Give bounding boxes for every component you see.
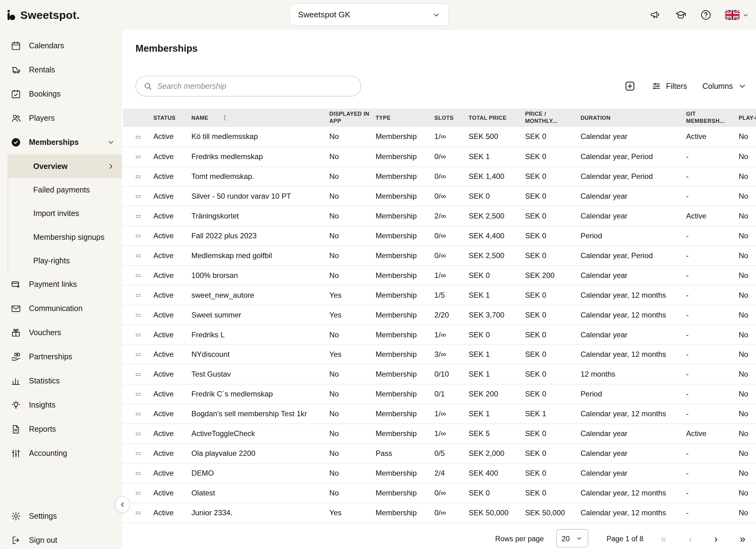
club-selector[interactable]: Sweetspot GK (290, 3, 449, 26)
table-row[interactable]: ActiveOlatestNoMembership0/∞SEK 0SEK 0Ca… (123, 483, 756, 503)
table-row[interactable]: ActiveOla playvalue 2200NoPass0/5SEK 2,0… (123, 443, 756, 463)
columns-label: Columns (702, 82, 733, 90)
sidebar-item-vouchers[interactable]: Vouchers (0, 321, 122, 345)
submenu-item-failed-payments[interactable]: Failed payments (8, 178, 122, 201)
cell-total_price: SEK 50,000 (469, 503, 525, 522)
cell-status: Active (153, 305, 191, 325)
row-drag-cell[interactable] (123, 245, 153, 265)
sidebar-item-sign-out[interactable]: Sign out (0, 528, 122, 549)
sidebar-collapse-button[interactable] (115, 496, 130, 513)
table-row[interactable]: ActiveKö till medlemsskapNoMembership1/∞… (123, 127, 756, 147)
sidebar-item-statistics[interactable]: Statistics (0, 369, 122, 393)
sidebar-item-calendars[interactable]: Calendars (0, 34, 122, 58)
sidebar-item-rentals[interactable]: Rentals (0, 58, 122, 82)
table-row[interactable]: ActiveTest GustavNoMembership0/10SEK 1SE… (123, 364, 756, 384)
cell-slots: 0/∞ (434, 503, 469, 522)
table-row[interactable]: ActiveNYdiscountYesMembership3/∞SEK 1SEK… (123, 345, 756, 364)
rows-per-page-select[interactable]: 20 (556, 529, 588, 547)
row-drag-cell[interactable] (123, 404, 153, 424)
submenu-item-play-rights[interactable]: Play-rights (8, 249, 122, 272)
sidebar-item-bookings[interactable]: Bookings (0, 82, 122, 106)
row-drag-cell[interactable] (123, 463, 153, 483)
cell-name: Ola playvalue 2200 (191, 443, 329, 463)
add-membership-button[interactable] (624, 80, 636, 92)
help-button[interactable] (700, 9, 711, 21)
cell-status: Active (153, 166, 191, 186)
academy-button[interactable] (675, 9, 686, 21)
table-row[interactable]: ActiveDEMONoMembership2/4SEK 400SEK 0Cal… (123, 463, 756, 483)
table-row[interactable]: ActiveFredriks LNoMembership1/∞SEK 0SEK … (123, 325, 756, 345)
cell-total_price: SEK 0 (469, 265, 525, 285)
row-drag-cell[interactable] (123, 364, 153, 384)
submenu-item-membership-signups[interactable]: Membership signups (8, 225, 122, 249)
column-menu-kebab-icon[interactable] (221, 114, 229, 122)
table-row[interactable]: ActiveJunior 2334.YesMembership0/∞SEK 50… (123, 503, 756, 522)
table-row[interactable]: ActiveSweet summerYesMembership2/20SEK 3… (123, 305, 756, 325)
cell-displayed_in_app: No (329, 404, 376, 424)
sidebar-item-label: Rentals (29, 66, 115, 74)
sidebar-item-payment-links[interactable]: Payment links (0, 272, 122, 297)
cell-duration: Period (581, 384, 686, 404)
table-row[interactable]: ActiveBogdan's sell membership Test 1krN… (123, 404, 756, 424)
table-row[interactable]: Activesweet_new_autoreYesMembership1/5SE… (123, 285, 756, 305)
row-drag-cell[interactable] (123, 384, 153, 404)
row-drag-cell[interactable] (123, 345, 153, 364)
table-row[interactable]: ActiveMedlemskap med golfbilNoMembership… (123, 245, 756, 265)
table-row[interactable]: ActiveSilver - 50 rundor varav 10 PTNoMe… (123, 186, 756, 206)
cell-git_membership: - (686, 503, 739, 522)
next-page-button[interactable]: › (709, 533, 722, 543)
table-row[interactable]: ActiveActiveToggleCheckNoMembership1/∞SE… (123, 424, 756, 444)
row-drag-cell[interactable] (123, 166, 153, 186)
payment-link-icon (11, 279, 21, 290)
table-row[interactable]: ActiveTräningskortetNoMembership2/∞SEK 2… (123, 206, 756, 226)
cell-git_membership: - (686, 483, 739, 503)
cell-slots: 0/∞ (434, 166, 469, 186)
table-row[interactable]: ActiveFredrik C´s medlemskapNoMembership… (123, 384, 756, 404)
language-selector[interactable] (725, 10, 749, 20)
app-root: Sweetspot. Sweetspot GK CalendarsRentals… (0, 0, 756, 549)
row-drag-cell[interactable] (123, 225, 153, 245)
row-drag-cell[interactable] (123, 443, 153, 463)
cell-type: Membership (376, 384, 434, 404)
sidebar-item-players[interactable]: Players (0, 106, 122, 130)
submenu-item-label: Import invites (33, 209, 79, 218)
row-drag-cell[interactable] (123, 186, 153, 206)
row-drag-cell[interactable] (123, 424, 153, 444)
row-drag-cell[interactable] (123, 285, 153, 305)
cell-type: Membership (376, 364, 434, 384)
sidebar-item-partnerships[interactable]: Partnerships (0, 345, 122, 369)
announcements-button[interactable] (650, 9, 661, 21)
table-row[interactable]: ActiveTomt medlemskap.NoMembership0/∞SEK… (123, 166, 756, 186)
sidebar-item-insights[interactable]: Insights (0, 393, 122, 417)
table-row[interactable]: ActiveFredriks medlemskapNoMembership0/∞… (123, 147, 756, 166)
row-drag-cell[interactable] (123, 127, 153, 147)
sidebar-item-communication[interactable]: Communication (0, 297, 122, 321)
cell-name: Kö till medlemsskap (191, 127, 329, 147)
table-row[interactable]: Active100% brorsanNoMembership1/∞SEK 0SE… (123, 265, 756, 285)
row-drag-cell[interactable] (123, 305, 153, 325)
sidebar-item-memberships[interactable]: Memberships (0, 130, 122, 154)
col-play-right: PLAY-RIGHT... (739, 109, 756, 127)
columns-button[interactable]: Columns (702, 81, 747, 91)
submenu-item-import-invites[interactable]: Import invites (8, 202, 122, 225)
filters-button[interactable]: Filters (651, 81, 687, 91)
row-drag-cell[interactable] (123, 325, 153, 345)
cell-slots: 1/5 (434, 285, 469, 305)
sidebar-item-reports[interactable]: Reports (0, 417, 122, 441)
sidebar-item-settings[interactable]: Settings (0, 504, 122, 528)
drag-handle-icon (135, 332, 142, 339)
table-row[interactable]: ActiveFall 2022 plus 2023NoMembership0/∞… (123, 225, 756, 245)
cell-slots: 0/∞ (434, 225, 469, 245)
row-drag-cell[interactable] (123, 265, 153, 285)
cell-git_membership: - (686, 384, 739, 404)
sidebar-item-accounting[interactable]: Accounting (0, 441, 122, 465)
cell-play_right: No (739, 127, 756, 147)
help-icon (700, 9, 711, 21)
first-page-button[interactable]: « (656, 533, 671, 543)
row-drag-cell[interactable] (123, 147, 153, 166)
prev-page-button[interactable]: ‹ (684, 533, 697, 543)
search-input[interactable] (157, 82, 353, 90)
last-page-button[interactable]: » (735, 533, 750, 543)
row-drag-cell[interactable] (123, 206, 153, 226)
submenu-item-overview[interactable]: Overview (8, 154, 122, 178)
